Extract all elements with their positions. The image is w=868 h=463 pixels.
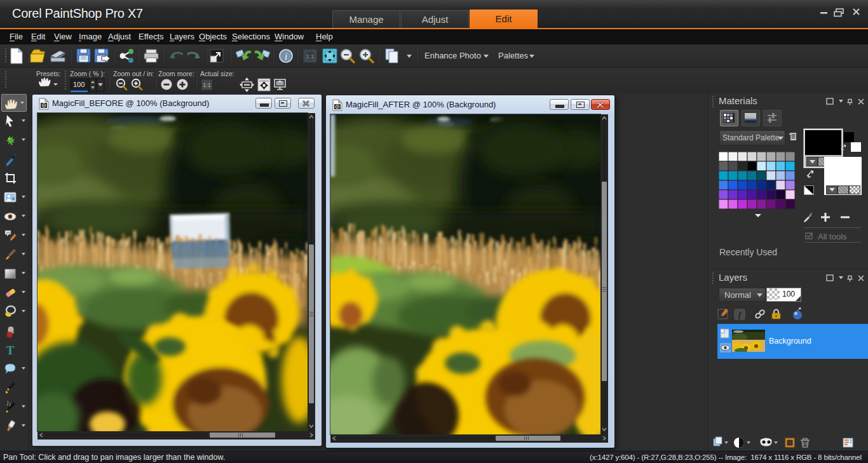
svg-text:100: 100 [73, 81, 85, 88]
svg-text:T: T [6, 344, 15, 357]
svg-text:1:1: 1:1 [306, 53, 315, 60]
svg-text:i: i [285, 51, 287, 62]
svg-text:1:1: 1:1 [203, 82, 211, 88]
